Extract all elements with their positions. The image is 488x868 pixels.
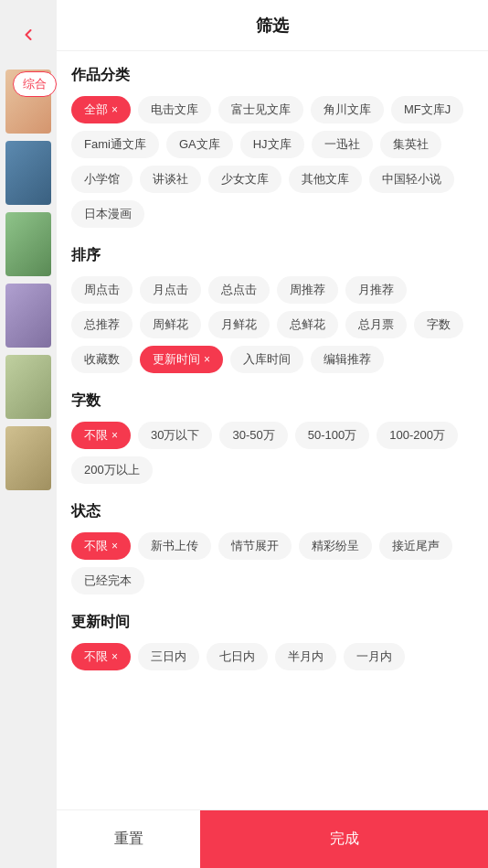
- tag-category-6[interactable]: GA文库: [166, 131, 233, 158]
- tag-category-3[interactable]: 角川文库: [311, 96, 384, 123]
- sidebar-panel: 综合: [0, 0, 57, 868]
- filter-title: 筛选: [256, 15, 289, 37]
- tag-close-icon[interactable]: ×: [111, 650, 118, 663]
- tag-category-12[interactable]: 少女文库: [208, 166, 281, 193]
- tag-update_time-0[interactable]: 不限×: [71, 643, 131, 670]
- tag-close-icon[interactable]: ×: [204, 353, 210, 366]
- back-button[interactable]: [12, 18, 45, 51]
- section-title-sort: 排序: [71, 246, 473, 265]
- filter-content: 作品分类全部×电击文库富士见文库角川文库MF文库JFami通文库GA文库HJ文库…: [57, 51, 488, 809]
- sidebar-book-card[interactable]: [5, 426, 51, 490]
- section-wordcount: 字数不限×30万以下30-50万50-100万100-200万200万以上: [71, 391, 473, 484]
- tag-category-11[interactable]: 讲谈社: [140, 166, 201, 193]
- tag-category-4[interactable]: MF文库J: [391, 96, 463, 123]
- tab-综合[interactable]: 综合: [13, 71, 57, 97]
- tag-close-icon[interactable]: ×: [111, 103, 118, 116]
- tag-category-1[interactable]: 电击文库: [138, 96, 211, 123]
- tag-sort-6[interactable]: 周鲜花: [140, 311, 201, 338]
- tag-wordcount-4[interactable]: 100-200万: [377, 422, 458, 449]
- section-title-wordcount: 字数: [71, 391, 473, 411]
- section-title-category: 作品分类: [71, 66, 473, 85]
- tag-category-9[interactable]: 集英社: [380, 131, 441, 158]
- tag-sort-14[interactable]: 编辑推荐: [311, 346, 384, 373]
- section-title-update_time: 更新时间: [71, 613, 473, 632]
- tag-wordcount-2[interactable]: 30-50万: [219, 422, 287, 449]
- tag-wordcount-0[interactable]: 不限×: [71, 422, 131, 449]
- tag-update_time-2[interactable]: 七日内: [207, 643, 268, 670]
- tag-update_time-4[interactable]: 一月内: [344, 643, 405, 670]
- section-category: 作品分类全部×电击文库富士见文库角川文库MF文库JFami通文库GA文库HJ文库…: [71, 66, 473, 228]
- section-status: 状态不限×新书上传情节展开精彩纷呈接近尾声已经完本: [71, 502, 473, 595]
- sidebar-book-card[interactable]: [5, 284, 51, 348]
- tag-sort-2[interactable]: 总点击: [208, 276, 270, 304]
- tag-category-15[interactable]: 日本漫画: [71, 200, 144, 228]
- tag-close-icon[interactable]: ×: [111, 540, 118, 552]
- tags-container-status: 不限×新书上传情节展开精彩纷呈接近尾声已经完本: [71, 532, 473, 595]
- reset-button[interactable]: 重置: [57, 810, 200, 868]
- tag-sort-4[interactable]: 月推荐: [345, 276, 407, 304]
- tag-category-8[interactable]: 一迅社: [312, 131, 373, 158]
- sidebar-book-card[interactable]: [5, 141, 51, 205]
- tag-category-2[interactable]: 富士见文库: [218, 96, 303, 123]
- tag-category-0[interactable]: 全部×: [71, 96, 131, 123]
- section-title-status: 状态: [71, 502, 473, 521]
- sidebar-book-card[interactable]: [5, 212, 51, 276]
- tag-category-7[interactable]: HJ文库: [240, 131, 304, 158]
- tag-status-5[interactable]: 已经完本: [71, 567, 144, 595]
- tag-sort-8[interactable]: 总鲜花: [277, 311, 338, 338]
- tag-sort-0[interactable]: 周点击: [71, 276, 133, 304]
- tag-wordcount-1[interactable]: 30万以下: [138, 422, 212, 449]
- filter-panel: 筛选 作品分类全部×电击文库富士见文库角川文库MF文库JFami通文库GA文库H…: [57, 0, 488, 868]
- tag-update_time-1[interactable]: 三日内: [138, 643, 199, 670]
- tag-sort-10[interactable]: 字数: [414, 311, 463, 338]
- tag-category-10[interactable]: 小学馆: [71, 166, 133, 193]
- tags-container-category: 全部×电击文库富士见文库角川文库MF文库JFami通文库GA文库HJ文库一迅社集…: [71, 96, 473, 228]
- confirm-button[interactable]: 完成: [200, 810, 488, 868]
- tag-sort-13[interactable]: 入库时间: [230, 346, 303, 373]
- tag-sort-5[interactable]: 总推荐: [71, 311, 133, 338]
- tag-update_time-3[interactable]: 半月内: [275, 643, 336, 670]
- tags-container-update_time: 不限×三日内七日内半月内一月内: [71, 643, 473, 670]
- tag-status-4[interactable]: 接近尾声: [379, 532, 452, 560]
- tag-wordcount-5[interactable]: 200万以上: [71, 456, 153, 484]
- tag-sort-7[interactable]: 月鲜花: [208, 311, 270, 338]
- tag-wordcount-3[interactable]: 50-100万: [295, 422, 369, 449]
- tag-sort-11[interactable]: 收藏数: [71, 346, 133, 373]
- section-sort: 排序周点击月点击总点击周推荐月推荐总推荐周鲜花月鲜花总鲜花总月票字数收藏数更新时…: [71, 246, 473, 373]
- tag-status-1[interactable]: 新书上传: [138, 532, 211, 560]
- section-update_time: 更新时间不限×三日内七日内半月内一月内: [71, 613, 473, 670]
- sidebar-book-card[interactable]: [5, 355, 51, 419]
- tag-category-14[interactable]: 中国轻小说: [369, 166, 454, 193]
- filter-header: 筛选: [57, 0, 488, 51]
- tag-sort-1[interactable]: 月点击: [140, 276, 201, 304]
- tag-sort-9[interactable]: 总月票: [345, 311, 407, 338]
- tag-status-0[interactable]: 不限×: [71, 532, 131, 560]
- sidebar-book-list: [5, 70, 51, 490]
- tags-container-wordcount: 不限×30万以下30-50万50-100万100-200万200万以上: [71, 422, 473, 484]
- filter-footer: 重置 完成: [57, 809, 488, 868]
- tag-close-icon[interactable]: ×: [111, 429, 118, 442]
- tag-status-3[interactable]: 精彩纷呈: [299, 532, 372, 560]
- tag-category-13[interactable]: 其他文库: [289, 166, 362, 193]
- tag-sort-3[interactable]: 周推荐: [277, 276, 338, 304]
- tag-category-5[interactable]: Fami通文库: [71, 131, 159, 158]
- tag-status-2[interactable]: 情节展开: [218, 532, 292, 560]
- tag-sort-12[interactable]: 更新时间×: [140, 346, 223, 373]
- tags-container-sort: 周点击月点击总点击周推荐月推荐总推荐周鲜花月鲜花总鲜花总月票字数收藏数更新时间×…: [71, 276, 473, 373]
